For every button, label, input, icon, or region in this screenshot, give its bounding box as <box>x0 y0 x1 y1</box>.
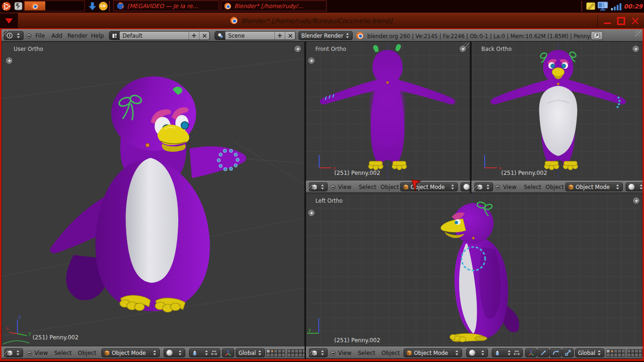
area-resize-grip[interactable] <box>2 350 8 356</box>
chevron-updown-icon <box>455 350 459 356</box>
window-menu-button[interactable] <box>0 13 18 29</box>
viewport-shading-dropdown[interactable] <box>164 348 185 357</box>
object-menu[interactable]: Object <box>380 184 399 190</box>
orientation-dropdown[interactable]: Global <box>236 348 265 357</box>
help-menu[interactable]: Help <box>91 33 104 39</box>
screen-layout-name: Default <box>120 33 189 39</box>
collapse-menus-button[interactable] <box>26 33 32 39</box>
area-resize-grip[interactable] <box>463 42 470 49</box>
chevron-updown-icon <box>205 350 209 356</box>
view-menu[interactable]: View <box>34 350 48 356</box>
mode-dropdown[interactable]: Object Mode <box>400 182 458 191</box>
manipulator-axis-button[interactable] <box>525 348 537 357</box>
notes-tray-icon[interactable] <box>586 1 596 13</box>
viewport-shading-dropdown[interactable] <box>626 182 643 191</box>
object-menu[interactable]: Object <box>545 184 564 190</box>
maximize-button[interactable] <box>617 17 625 25</box>
viewport-back-ortho[interactable]: Back Ortho x (251) Penny.002 <box>471 41 643 181</box>
area-divider-vertical[interactable] <box>470 41 471 193</box>
download-arrow-icon[interactable] <box>88 1 97 13</box>
add-layout-button[interactable] <box>189 32 199 40</box>
blender-launcher[interactable] <box>25 1 45 10</box>
viewport-front-ortho[interactable]: Front Ortho x (251) Penny.002 <box>306 41 470 181</box>
window-titlebar[interactable]: Blender* [/home/rudy/Bureau/Coccinelle.b… <box>0 13 644 28</box>
select-menu[interactable]: Select <box>524 184 541 190</box>
viewport-shading-dropdown[interactable] <box>466 348 488 357</box>
area-resize-grip[interactable] <box>306 184 313 190</box>
toolshelf-expand-button[interactable] <box>308 58 314 64</box>
orientation-dropdown[interactable]: Global <box>575 348 604 357</box>
rotate-manipulator-button[interactable] <box>550 348 561 357</box>
object-menu[interactable]: Object <box>78 350 96 356</box>
pivot-point-dropdown[interactable] <box>492 348 523 357</box>
screen-maximize-toggle-button[interactable] <box>591 31 603 40</box>
view-menu[interactable]: View <box>503 184 516 190</box>
object-mode-cube-icon <box>568 184 574 190</box>
object-menu[interactable]: Object <box>381 350 400 356</box>
select-menu[interactable]: Select <box>54 350 72 356</box>
display-tray-icon[interactable] <box>597 1 609 13</box>
properties-expand-button[interactable] <box>633 197 639 204</box>
screen-layout-selector[interactable]: Default <box>109 31 210 40</box>
axis-tripod-icon <box>225 350 231 356</box>
add-scene-button[interactable] <box>274 32 285 40</box>
layers-widget-secondary[interactable] <box>627 349 643 357</box>
delete-scene-button[interactable] <box>285 32 295 40</box>
show-desktop-icon[interactable] <box>14 2 23 12</box>
collapse-menus-button[interactable] <box>330 185 336 190</box>
close-button[interactable] <box>631 17 639 25</box>
taskbar-separator <box>109 1 112 11</box>
mode-label: Object Mode <box>112 350 146 356</box>
delete-layout-button[interactable] <box>199 32 209 40</box>
orientation-label: Global <box>578 350 595 356</box>
task-button-blender[interactable]: Blender* [/home/rudy/… <box>221 0 327 11</box>
mode-dropdown[interactable]: Object Mode <box>101 348 160 357</box>
mouse-cursor <box>410 179 421 192</box>
properties-expand-button[interactable] <box>295 46 301 52</box>
collapse-menus-button[interactable] <box>495 185 500 190</box>
scene-icon <box>215 32 225 40</box>
pivot-point-dropdown[interactable] <box>189 348 220 357</box>
render-menu[interactable]: Render <box>67 33 88 39</box>
layers-widget[interactable] <box>266 349 285 357</box>
translate-manipulator-button[interactable] <box>537 348 549 357</box>
mode-dropdown[interactable]: Object Mode <box>404 348 462 357</box>
viewport-label: Back Ortho <box>481 46 512 52</box>
viewport-shading-dropdown[interactable] <box>461 182 470 191</box>
area-resize-grip[interactable] <box>472 184 478 190</box>
window-list-applet <box>24 0 85 11</box>
file-menu[interactable]: File <box>35 33 45 39</box>
scene-selector[interactable]: Scene <box>215 31 296 40</box>
manipulator-axis-button[interactable] <box>222 348 234 357</box>
select-menu[interactable]: Select <box>358 350 375 356</box>
ubuntu-menu-icon[interactable] <box>1 1 11 13</box>
view-menu[interactable]: View <box>338 350 351 356</box>
shading-sphere-icon <box>166 350 173 356</box>
area-resize-grip[interactable] <box>306 350 313 356</box>
minimize-button[interactable] <box>604 23 611 24</box>
viewport-user-ortho[interactable]: User Ortho x y z (251) Penny.002 <box>1 41 305 346</box>
task-button-megavideo[interactable]: [MEGAVIDEO — Je la re… <box>113 0 219 11</box>
signal-bars-icon[interactable] <box>611 3 622 12</box>
area-resize-grip[interactable] <box>635 30 641 36</box>
collapse-menus-button[interactable] <box>330 351 336 356</box>
toolshelf-expand-button[interactable] <box>6 58 12 64</box>
properties-expand-button[interactable] <box>633 46 639 52</box>
chevron-updown-icon <box>481 350 485 356</box>
layers-widget-secondary[interactable] <box>287 349 305 357</box>
render-engine-label: Blender Render <box>301 33 343 39</box>
chevron-updown-icon <box>153 350 157 356</box>
scale-manipulator-button[interactable] <box>562 348 574 357</box>
toolshelf-expand-button[interactable] <box>308 210 314 216</box>
cd-icon[interactable]: CD <box>99 1 108 13</box>
select-menu[interactable]: Select <box>359 184 376 190</box>
view-menu[interactable]: View <box>338 184 351 190</box>
layers-widget[interactable] <box>606 349 625 357</box>
add-menu[interactable]: Add <box>51 33 62 39</box>
viewport-left-ortho[interactable]: Left Ortho y (251) Penny.002 <box>306 194 643 346</box>
collapse-menus-button[interactable] <box>27 351 32 356</box>
mode-dropdown[interactable]: Object Mode <box>565 182 623 191</box>
area-divider-vertical[interactable] <box>305 41 306 359</box>
render-engine-dropdown[interactable]: Blender Render <box>298 31 353 40</box>
area-resize-grip[interactable] <box>2 30 8 36</box>
